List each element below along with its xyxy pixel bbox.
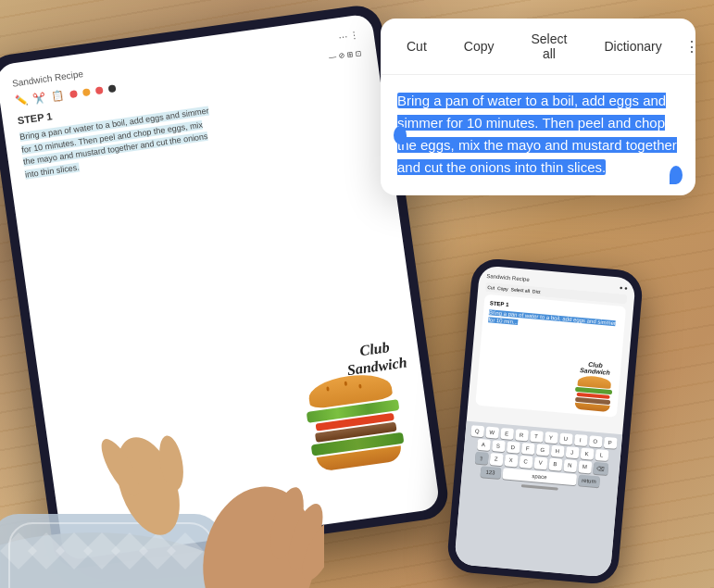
kb-c[interactable]: C	[519, 456, 532, 469]
highlighted-text: Bring a pan of water to a boil, add eggs…	[397, 93, 677, 175]
context-menu-toolbar: Cut Copy Select all Dictionary ⋮	[381, 19, 695, 75]
toolbar-icon-2: ✂️	[32, 92, 47, 106]
kb-u[interactable]: U	[558, 432, 572, 444]
copy-button[interactable]: Copy	[453, 35, 506, 57]
phone-sandwich: ClubSandwich	[570, 360, 616, 413]
dictionary-button[interactable]: Dictionary	[593, 35, 672, 57]
dot-red2	[95, 86, 104, 94]
phone-dict: Dict	[532, 288, 541, 294]
kb-123[interactable]: 123	[480, 466, 501, 479]
phone-select-all: Select all	[511, 286, 531, 294]
sesame-3	[358, 383, 362, 388]
home-bar	[520, 484, 557, 490]
kb-r[interactable]: R	[515, 429, 529, 441]
more-options-button[interactable]: ⋮	[677, 34, 707, 59]
kb-k[interactable]: K	[580, 447, 594, 459]
phone-keyboard: Q W E R T Y U I O P A S D F G H	[454, 421, 622, 578]
kb-n[interactable]: N	[563, 459, 577, 472]
phone-content: Sandwich Recipe ● ● Cut Copy Select all …	[454, 265, 636, 577]
kb-t[interactable]: T	[530, 431, 544, 443]
kb-backspace[interactable]: ⌫	[593, 462, 608, 475]
kb-m[interactable]: M	[578, 460, 592, 473]
kb-d[interactable]: D	[506, 442, 520, 454]
kb-v[interactable]: V	[533, 457, 547, 469]
kb-s[interactable]: S	[491, 440, 505, 452]
toolbar-icon-1: ✏️	[14, 94, 29, 108]
context-menu: Cut Copy Select all Dictionary ⋮ Bring a…	[381, 19, 695, 195]
kb-o[interactable]: O	[588, 435, 602, 447]
phone-cut: Cut	[487, 284, 495, 291]
kb-l[interactable]: L	[595, 449, 608, 461]
phone-sandwich-img	[570, 375, 615, 413]
kb-w[interactable]: W	[485, 426, 499, 438]
kb-g[interactable]: G	[535, 444, 549, 456]
sesame-2	[344, 382, 348, 386]
kb-q[interactable]: Q	[470, 425, 484, 437]
toolbar-icon-3: 📋	[51, 89, 66, 103]
kb-i[interactable]: I	[573, 434, 587, 446]
kb-return[interactable]: return	[578, 474, 601, 487]
kb-b[interactable]: B	[548, 458, 562, 471]
cut-button[interactable]: Cut	[395, 35, 438, 57]
phone-title: Sandwich Recipe	[486, 273, 530, 282]
tablet-screen: Sandwich Recipe ⋯ ⋮ ✏️ ✂️ 📋 — ⊘ ⊞ ⊡ STEP…	[0, 13, 441, 561]
kb-shift[interactable]: ⇧	[474, 452, 488, 465]
sesame-1	[326, 386, 330, 391]
phone-screen: Sandwich Recipe ● ● Cut Copy Select all …	[454, 265, 636, 577]
phone-device: Sandwich Recipe ● ● Cut Copy Select all …	[446, 257, 645, 586]
phone-status: ● ●	[620, 284, 628, 291]
phone-doc-area: STEP 1 Bring a pan of water to a boil, a…	[475, 294, 626, 418]
select-all-button[interactable]: Select all	[520, 28, 578, 65]
sandwich-illustration: Club Sandwich	[284, 336, 418, 454]
dot-orange	[82, 88, 91, 96]
kb-z[interactable]: Z	[489, 453, 503, 466]
tablet-content: Sandwich Recipe ⋯ ⋮ ✏️ ✂️ 📋 — ⊘ ⊞ ⊡ STEP…	[0, 13, 441, 561]
kb-e[interactable]: E	[500, 428, 514, 440]
dot-dark	[107, 84, 116, 93]
sandwich-body	[288, 368, 417, 453]
dot-red	[69, 90, 78, 98]
kb-x[interactable]: X	[504, 454, 518, 467]
phone-copy: Copy	[497, 285, 508, 292]
kb-a[interactable]: A	[477, 439, 491, 451]
kb-p[interactable]: P	[603, 437, 617, 449]
kb-y[interactable]: Y	[544, 432, 557, 444]
kb-f[interactable]: F	[520, 443, 534, 455]
context-menu-content: Bring a pan of water to a boil, add eggs…	[381, 75, 695, 195]
toolbar-more: — ⊘ ⊞ ⊡	[328, 49, 362, 62]
kb-h[interactable]: H	[550, 445, 564, 457]
kb-j[interactable]: J	[565, 446, 579, 458]
tablet-icons: ⋯ ⋮	[337, 30, 359, 43]
context-menu-text: Bring a pan of water to a boil, add eggs…	[397, 90, 679, 179]
selection-handle-right	[670, 166, 683, 184]
tablet-title: Sandwich Recipe	[11, 69, 83, 89]
selection-handle-left	[394, 126, 407, 144]
